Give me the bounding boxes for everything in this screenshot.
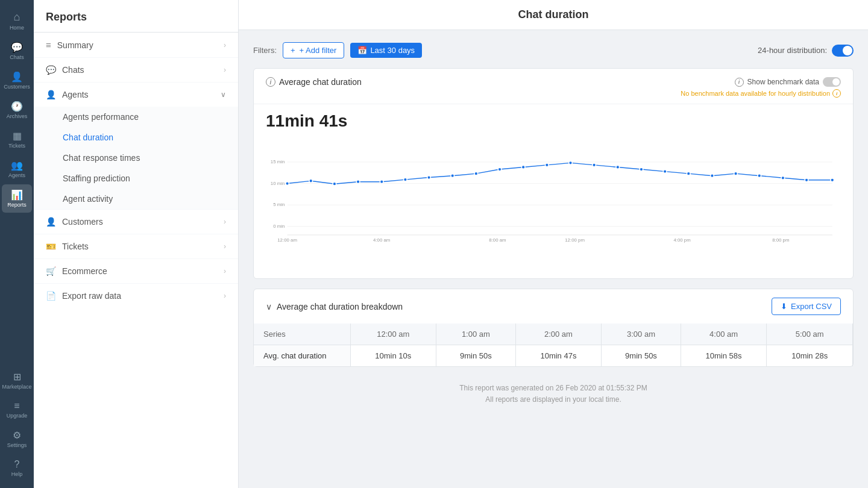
- chats-icon: 💬: [11, 42, 23, 53]
- chevron-right-ecommerce-icon: ›: [224, 267, 226, 275]
- benchmark-note: No benchmark data available for hourly d…: [681, 90, 830, 97]
- chevron-down-agents-icon: ∨: [221, 90, 226, 99]
- calendar-icon: 📅: [357, 46, 367, 55]
- settings-label: Settings: [7, 442, 27, 448]
- export-csv-button[interactable]: ⬇ Export CSV: [772, 298, 841, 315]
- svg-point-15: [286, 182, 289, 186]
- date-range-button[interactable]: 📅 Last 30 days: [350, 43, 422, 58]
- nav-item-customers[interactable]: 👤 Customers: [2, 66, 32, 95]
- reports-label: Reports: [7, 202, 27, 208]
- sidebar-item-tickets[interactable]: 🎫 Tickets ›: [34, 234, 238, 258]
- agents-label: Agents: [8, 172, 25, 178]
- main-content: Chat duration Filters: + + Add filter 📅 …: [239, 0, 868, 488]
- sidebar-item-chats[interactable]: 💬 Chats ›: [34, 58, 238, 83]
- settings-icon: ⚙: [13, 430, 21, 441]
- sidebar-item-agents[interactable]: 👤 Agents ∨: [34, 83, 238, 107]
- marketplace-label: Marketplace: [2, 384, 31, 390]
- nav-item-reports[interactable]: 📊 Reports: [2, 184, 32, 213]
- col-5am: 5:00 am: [767, 324, 853, 345]
- breakdown-title: Average chat duration breakdown: [277, 302, 403, 311]
- left-nav: ⌂ Home 💬 Chats 👤 Customers 🕐 Archives ▦ …: [0, 0, 34, 488]
- filters-bar: Filters: + + Add filter 📅 Last 30 days 2…: [253, 42, 854, 58]
- marketplace-icon: ⊞: [13, 371, 21, 383]
- nav-item-chats[interactable]: 💬 Chats: [2, 37, 32, 65]
- line-chart: 15 min 10 min 5 min 0 min 12:00 am 4:00 …: [266, 134, 841, 267]
- sidebar-item-ecommerce[interactable]: 🛒 Ecommerce ›: [34, 258, 238, 283]
- filters-label: Filters:: [253, 46, 277, 55]
- nav-item-home[interactable]: ⌂ Home: [2, 6, 32, 36]
- customers-label: Customers: [4, 84, 30, 90]
- chart-card-header: i Average chat duration i Show benchmark…: [254, 69, 853, 104]
- cell-3am: 9min 50s: [602, 345, 681, 367]
- chevron-down-breakdown-icon[interactable]: ∨: [266, 302, 272, 311]
- customers-icon: 👤: [11, 71, 23, 83]
- avg-value-display: 11min 41s: [254, 104, 853, 134]
- svg-point-16: [309, 179, 313, 183]
- svg-point-30: [640, 167, 643, 171]
- nav-item-tickets[interactable]: ▦ Tickets: [2, 125, 32, 154]
- svg-text:8:00 am: 8:00 am: [489, 237, 506, 243]
- svg-point-18: [356, 180, 360, 184]
- svg-point-29: [616, 166, 620, 169]
- agents-icon: 👥: [11, 160, 23, 171]
- nav-item-upgrade[interactable]: ≡ Upgrade: [2, 396, 32, 424]
- sidebar-sub-item-staffing-prediction[interactable]: Staffing prediction: [34, 168, 238, 189]
- svg-point-24: [498, 167, 502, 171]
- svg-point-19: [380, 180, 383, 184]
- chart-area: 15 min 10 min 5 min 0 min 12:00 am 4:00 …: [254, 134, 853, 278]
- col-3am: 3:00 am: [602, 324, 681, 345]
- svg-point-17: [333, 182, 336, 186]
- sidebar-sub-item-agents-performance[interactable]: Agents performance: [34, 107, 238, 127]
- sidebar-item-chats-label: Chats: [62, 65, 84, 75]
- sidebar-item-summary[interactable]: ≡ Summary ›: [34, 33, 238, 58]
- nav-item-help[interactable]: ? Help: [2, 454, 32, 482]
- help-label: Help: [11, 471, 23, 477]
- cell-12am: 10min 10s: [350, 345, 436, 367]
- sidebar-item-customers[interactable]: 👤 Customers ›: [34, 209, 238, 234]
- sidebar-sub-item-chat-response-times[interactable]: Chat response times: [34, 148, 238, 168]
- nav-item-agents[interactable]: 👥 Agents: [2, 155, 32, 183]
- agents-submenu: Agents performance Chat duration Chat re…: [34, 107, 238, 209]
- svg-point-34: [734, 172, 738, 175]
- chats-label: Chats: [10, 54, 24, 60]
- reports-icon: 📊: [11, 189, 23, 201]
- nav-item-marketplace[interactable]: ⊞ Marketplace: [2, 366, 32, 395]
- sidebar-item-customers-label: Customers: [62, 217, 103, 227]
- svg-point-20: [404, 178, 407, 181]
- sidebar-sub-item-agent-activity[interactable]: Agent activity: [34, 189, 238, 209]
- svg-point-35: [758, 174, 761, 178]
- sidebar-item-ecommerce-label: Ecommerce: [62, 266, 107, 276]
- add-filter-button[interactable]: + + Add filter: [283, 42, 344, 58]
- svg-text:4:00 am: 4:00 am: [373, 237, 390, 243]
- archives-icon: 🕐: [11, 101, 23, 112]
- chevron-right-tickets-icon: ›: [224, 242, 226, 251]
- ecommerce-sidebar-icon: 🛒: [46, 266, 56, 276]
- report-footer: This report was generated on 26 Feb 2020…: [253, 377, 854, 411]
- nav-item-settings[interactable]: ⚙ Settings: [2, 425, 32, 453]
- summary-icon: ≡: [46, 40, 51, 50]
- col-series: Series: [254, 324, 350, 345]
- sidebar-item-agents-label: Agents: [62, 90, 89, 99]
- footer-line1: This report was generated on 26 Feb 2020…: [259, 383, 848, 394]
- archives-label: Archives: [7, 113, 28, 119]
- distribution-toggle-switch[interactable]: [832, 45, 854, 57]
- sidebar-header: Reports: [34, 0, 238, 33]
- breakdown-table: Series 12:00 am 1:00 am 2:00 am 3:00 am: [254, 324, 853, 366]
- svg-point-27: [569, 161, 573, 165]
- sidebar-sub-item-chat-duration[interactable]: Chat duration: [34, 127, 238, 148]
- svg-text:5 min: 5 min: [273, 202, 285, 207]
- svg-text:10 min: 10 min: [271, 181, 285, 186]
- svg-point-33: [711, 174, 714, 178]
- distribution-toggle-container: 24-hour distribution:: [758, 45, 854, 57]
- home-icon: ⌂: [14, 11, 20, 23]
- breakdown-card: ∨ Average chat duration breakdown ⬇ Expo…: [253, 289, 854, 367]
- benchmark-toggle[interactable]: [823, 77, 841, 87]
- sidebar-item-export-raw-data[interactable]: 📄 Export raw data ›: [34, 283, 238, 308]
- svg-point-32: [687, 172, 690, 175]
- svg-point-22: [451, 174, 454, 178]
- home-label: Home: [10, 25, 24, 31]
- footer-line2: All reports are displayed in your local …: [259, 394, 848, 405]
- chart-card: i Average chat duration i Show benchmark…: [253, 68, 854, 279]
- nav-item-archives[interactable]: 🕐 Archives: [2, 96, 32, 124]
- col-2am: 2:00 am: [515, 324, 602, 345]
